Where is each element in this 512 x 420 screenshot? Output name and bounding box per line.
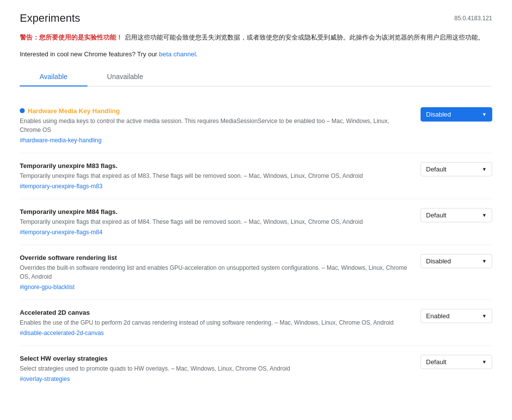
page-title: Experiments	[20, 12, 80, 25]
experiment-item: Temporarily unexpire M84 flags.Temporari…	[20, 199, 492, 245]
tab-available[interactable]: Available	[20, 68, 87, 86]
experiment-item: Hardware Media Key HandlingEnables using…	[20, 98, 492, 153]
experiment-list: Hardware Media Key HandlingEnables using…	[20, 98, 492, 391]
experiment-title-row: Accelerated 2D canvas	[20, 309, 409, 316]
experiment-content: Temporarily unexpire M84 flags.Temporari…	[20, 208, 421, 236]
experiment-dropdown[interactable]: Disabled▼	[421, 254, 492, 268]
experiment-item: Select HW overlay strategiesSelect strat…	[20, 346, 492, 391]
warning-label: 警告：您所要使用的是实验性功能！	[20, 34, 123, 41]
chevron-down-icon: ▼	[482, 359, 487, 365]
experiment-item: Temporarily unexpire M83 flags.Temporari…	[20, 153, 492, 199]
tabs-container: Available Unavailable	[20, 68, 492, 86]
experiment-title: Override software rendering list	[20, 254, 117, 261]
experiment-dropdown[interactable]: Default▼	[421, 355, 492, 369]
experiment-link[interactable]: #disable-accelerated-2d-canvas	[20, 330, 104, 336]
experiment-description: Select strategies used to promote quads …	[20, 364, 409, 373]
experiment-control: Default▼	[421, 208, 492, 222]
experiment-item: Accelerated 2D canvasEnables the use of …	[20, 300, 492, 346]
chevron-down-icon: ▼	[482, 258, 487, 264]
experiment-title-row: Temporarily unexpire M84 flags.	[20, 208, 409, 215]
experiment-dropdown[interactable]: Disabled▼	[421, 107, 492, 122]
dropdown-value: Disabled	[426, 111, 451, 118]
experiment-title: Accelerated 2D canvas	[20, 309, 90, 316]
experiment-title: Temporarily unexpire M83 flags.	[20, 162, 118, 169]
experiment-title: Temporarily unexpire M84 flags.	[20, 208, 118, 215]
dropdown-value: Default	[426, 166, 446, 173]
experiment-dropdown[interactable]: Default▼	[421, 162, 492, 176]
experiment-item: Override software rendering listOverride…	[20, 245, 492, 300]
experiment-control: Disabled▼	[421, 254, 492, 268]
experiment-control: Enabled▼	[421, 309, 492, 323]
experiment-description: Enables the use of the GPU to perform 2d…	[20, 318, 409, 327]
experiment-description: Overrides the built-in software renderin…	[20, 263, 409, 281]
experiment-control: Default▼	[421, 162, 492, 176]
experiment-content: Temporarily unexpire M83 flags.Temporari…	[20, 162, 421, 190]
dropdown-value: Default	[426, 211, 446, 219]
experiment-dropdown[interactable]: Enabled▼	[421, 309, 492, 323]
experiment-dropdown[interactable]: Default▼	[421, 208, 492, 222]
experiment-content: Override software rendering listOverride…	[20, 254, 421, 291]
dropdown-value: Default	[426, 358, 446, 366]
experiment-content: Select HW overlay strategiesSelect strat…	[20, 355, 421, 382]
info-text-before: Interested in cool new Chrome features? …	[20, 50, 159, 58]
info-text-after: .	[196, 50, 198, 58]
experiment-content: Hardware Media Key HandlingEnables using…	[20, 107, 421, 144]
warning-text: 启用这些功能可能会致使您丢失浏览数据，或者致使您的安全或隐私受到威胁。此操作会为…	[125, 34, 484, 41]
tab-unavailable[interactable]: Unavailable	[87, 68, 163, 86]
experiment-link[interactable]: #hardware-media-key-handling	[20, 137, 101, 144]
experiment-title-row: Select HW overlay strategies	[20, 355, 409, 362]
chevron-down-icon: ▼	[482, 212, 487, 218]
experiment-link[interactable]: #ignore-gpu-blacklist	[20, 284, 75, 291]
experiment-description: Temporarily unexpire flags that expired …	[20, 217, 409, 226]
header: Experiments 85.0.4183.121	[20, 12, 492, 25]
experiment-control: Disabled▼	[421, 107, 492, 122]
experiment-title-row: Override software rendering list	[20, 254, 409, 261]
dropdown-value: Enabled	[426, 312, 450, 320]
experiment-title-row: Temporarily unexpire M83 flags.	[20, 162, 409, 169]
chevron-down-icon: ▼	[482, 313, 487, 319]
experiment-link[interactable]: #temporary-unexpire-flags-m84	[20, 229, 102, 236]
chevron-down-icon: ▼	[482, 112, 487, 117]
experiment-title: Hardware Media Key Handling	[28, 107, 120, 115]
chevron-down-icon: ▼	[482, 167, 487, 172]
experiment-content: Accelerated 2D canvasEnables the use of …	[20, 309, 421, 336]
experiment-control: Default▼	[421, 355, 492, 369]
experiment-title: Select HW overlay strategies	[20, 355, 108, 362]
version-label: 85.0.4183.121	[454, 15, 492, 22]
experiment-link[interactable]: #overlay-strategies	[20, 376, 70, 382]
info-text: Interested in cool new Chrome features? …	[20, 50, 492, 58]
beta-channel-link[interactable]: beta channel	[159, 50, 196, 58]
experiment-description: Temporarily unexpire flags that expired …	[20, 171, 409, 180]
dropdown-value: Disabled	[426, 257, 451, 265]
experiment-description: Enables using media keys to control the …	[20, 117, 409, 134]
experiment-bullet	[20, 108, 25, 113]
experiment-title-row: Hardware Media Key Handling	[20, 107, 409, 115]
warning-box: 警告：您所要使用的是实验性功能！ 启用这些功能可能会致使您丢失浏览数据，或者致使…	[20, 33, 492, 42]
experiment-link[interactable]: #temporary-unexpire-flags-m83	[20, 183, 102, 190]
